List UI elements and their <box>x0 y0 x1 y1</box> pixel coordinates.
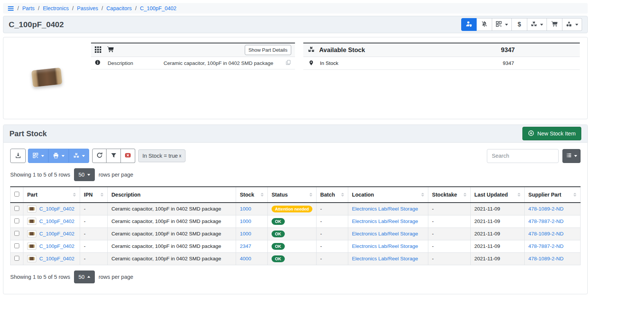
toolbar-blue-group <box>28 149 89 163</box>
supplier-part-link[interactable]: 478-7887-2-ND <box>528 243 564 249</box>
columns-button[interactable] <box>562 149 581 163</box>
column-header-stocktake[interactable]: Stocktake <box>428 187 470 203</box>
status-badge: OK <box>272 231 285 237</box>
ipn-cell: - <box>80 252 108 265</box>
filter-icon <box>111 152 117 160</box>
select-all-checkbox[interactable] <box>14 192 19 197</box>
stock-link[interactable]: 1000 <box>240 206 251 212</box>
part-image[interactable] <box>11 43 83 112</box>
download-icon <box>15 152 21 160</box>
breadcrumb-item-capacitors[interactable]: Capacitors <box>107 5 132 11</box>
part-thumbnail[interactable] <box>27 230 36 237</box>
part-action-buttons: $ <box>461 18 582 31</box>
copy-icon[interactable] <box>286 60 291 66</box>
stock-actions-dropdown[interactable] <box>69 149 89 163</box>
column-header-status[interactable]: Status <box>268 187 317 203</box>
remove-filter-icon <box>125 152 131 160</box>
new-stock-item-button[interactable]: New Stock Item <box>522 127 581 140</box>
table-header-row: Part IPN Description Stock Status Batch … <box>11 187 581 203</box>
breadcrumb-item-current-part[interactable]: C_100pF_0402 <box>140 5 177 11</box>
in-stock-row: In Stock 9347 <box>303 57 580 70</box>
part-thumbnail[interactable] <box>27 255 36 262</box>
stock-link[interactable]: 1000 <box>240 231 251 237</box>
location-link[interactable]: Electronics Lab/Reel Storage <box>352 206 418 212</box>
supplier-part-link[interactable]: 478-1089-2-ND <box>528 231 564 237</box>
barcode-actions-button[interactable] <box>492 18 512 31</box>
location-link[interactable]: Electronics Lab/Reel Storage <box>352 243 418 249</box>
pricing-button[interactable]: $ <box>512 18 527 31</box>
breadcrumb-item-parts[interactable]: Parts <box>22 5 35 11</box>
part-link[interactable]: C_100pF_0402 <box>39 231 74 237</box>
chevron-down-icon <box>574 155 577 157</box>
grid-icon[interactable] <box>95 46 101 54</box>
part-actions-button[interactable] <box>562 18 582 31</box>
part-details-header: Show Part Details <box>91 43 295 57</box>
rows-per-page-text: rows per page <box>99 172 133 178</box>
table-row: C_100pF_0402 - Ceramic capacitor, 100pF … <box>11 215 581 228</box>
supplier-part-link[interactable]: 478-1089-2-ND <box>528 256 564 261</box>
print-actions-dropdown[interactable] <box>48 149 69 163</box>
column-header-part[interactable]: Part <box>23 187 80 203</box>
stock-link[interactable]: 2347 <box>240 243 251 249</box>
breadcrumb-item-electronics[interactable]: Electronics <box>43 5 68 11</box>
column-header-last-updated[interactable]: Last Updated <box>470 187 524 203</box>
column-header-supplier-part[interactable]: Supplier Part <box>524 187 580 203</box>
description-cell: Ceramic capacitor, 100pF in 0402 SMD pac… <box>108 215 236 228</box>
ipn-cell: - <box>80 203 108 215</box>
row-checkbox[interactable] <box>14 243 19 248</box>
menu-icon[interactable] <box>8 5 14 12</box>
stock-table: Part IPN Description Stock Status Batch … <box>10 186 581 265</box>
download-button[interactable] <box>10 149 26 163</box>
search-input[interactable] <box>487 149 559 163</box>
stock-boxes-icon <box>73 152 79 160</box>
column-header-batch[interactable]: Batch <box>316 187 348 203</box>
stock-actions-button[interactable] <box>527 18 547 31</box>
page-title: C_100pF_0402 <box>9 20 64 29</box>
description-row: Description Ceramic capacitor, 100pF in … <box>91 57 295 69</box>
part-link[interactable]: C_100pF_0402 <box>39 218 74 224</box>
page-size-dropdown[interactable]: 50 <box>74 271 95 283</box>
info-icon <box>95 60 108 66</box>
filter-chip-remove[interactable]: x <box>179 153 181 158</box>
stock-link[interactable]: 4000 <box>240 256 251 261</box>
sort-icon <box>460 193 466 197</box>
column-header-ipn[interactable]: IPN <box>80 187 108 203</box>
filter-button[interactable] <box>107 149 121 163</box>
order-actions-button[interactable] <box>547 18 562 31</box>
location-link[interactable]: Electronics Lab/Reel Storage <box>352 218 418 224</box>
part-thumbnail[interactable] <box>27 218 36 225</box>
stock-boxes-icon <box>308 46 315 54</box>
part-link[interactable]: C_100pF_0402 <box>39 256 74 261</box>
refresh-button[interactable] <box>92 149 107 163</box>
part-thumbnail[interactable] <box>27 205 36 212</box>
batch-cell: - <box>316 240 348 252</box>
clear-filters-button[interactable] <box>121 149 135 163</box>
subscribe-user-shield-button[interactable] <box>461 18 477 31</box>
supplier-part-link[interactable]: 478-1089-2-ND <box>528 206 564 212</box>
breadcrumb-separator: / <box>17 5 19 11</box>
supplier-part-link[interactable]: 478-7887-2-ND <box>528 218 564 224</box>
cart-icon[interactable] <box>107 46 114 54</box>
part-thumbnail[interactable] <box>27 243 36 250</box>
column-header-description[interactable]: Description <box>108 187 236 203</box>
stock-link[interactable]: 1000 <box>240 218 251 224</box>
active-filter-chip[interactable]: In Stock = true x <box>138 149 185 162</box>
part-link[interactable]: C_100pF_0402 <box>39 243 74 249</box>
page-size-dropdown[interactable]: 50 <box>74 168 95 181</box>
notifications-off-button[interactable] <box>477 18 492 31</box>
stocktake-cell: - <box>428 240 470 252</box>
show-part-details-button[interactable]: Show Part Details <box>245 45 291 55</box>
row-checkbox[interactable] <box>14 218 19 223</box>
in-stock-label: In Stock <box>320 60 338 66</box>
column-header-location[interactable]: Location <box>348 187 428 203</box>
row-checkbox[interactable] <box>14 231 19 236</box>
part-link[interactable]: C_100pF_0402 <box>39 206 74 212</box>
barcode-actions-dropdown[interactable] <box>28 149 48 163</box>
row-checkbox[interactable] <box>14 256 19 261</box>
sort-icon <box>70 193 76 197</box>
location-link[interactable]: Electronics Lab/Reel Storage <box>352 256 418 261</box>
breadcrumb-item-passives[interactable]: Passives <box>77 5 98 11</box>
row-checkbox[interactable] <box>14 206 19 211</box>
location-link[interactable]: Electronics Lab/Reel Storage <box>352 231 418 237</box>
column-header-stock[interactable]: Stock <box>236 187 268 203</box>
